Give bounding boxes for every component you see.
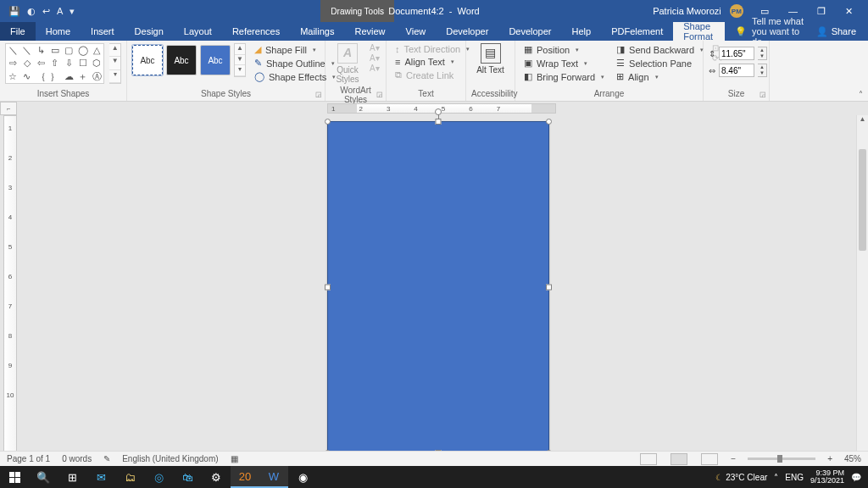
shape-brace-icon[interactable]: ｛ bbox=[36, 72, 46, 81]
styles-gallery-scroll[interactable]: ▲▼▾ bbox=[234, 43, 246, 77]
horizontal-ruler[interactable]: 1234567 bbox=[327, 103, 556, 114]
resize-handle-nw[interactable] bbox=[325, 119, 331, 125]
align-button[interactable]: ⊞Align▾ bbox=[613, 70, 707, 83]
style-preset-2[interactable]: Abc bbox=[166, 45, 197, 75]
shape-conn-icon[interactable]: ↳ bbox=[37, 46, 45, 55]
share-button[interactable]: 👤Share bbox=[804, 22, 868, 41]
tab-references[interactable]: References bbox=[222, 22, 290, 41]
tab-insert[interactable]: Insert bbox=[81, 22, 125, 41]
word-count[interactable]: 0 words bbox=[62, 454, 92, 463]
scroll-thumb[interactable] bbox=[859, 149, 866, 251]
tell-me-search[interactable]: 💡 Tell me what you want to do bbox=[735, 22, 804, 41]
text-effects-icon[interactable]: A▾ bbox=[370, 64, 380, 73]
page-count[interactable]: Page 1 of 1 bbox=[7, 454, 50, 463]
word-icon[interactable]: W bbox=[259, 466, 288, 488]
edge-icon[interactable]: ◎ bbox=[144, 466, 173, 488]
shape-line-icon[interactable]: ＼ bbox=[8, 46, 18, 55]
shape-arrowu-icon[interactable]: ⇧ bbox=[51, 58, 58, 68]
wrap-text-button[interactable]: ▣Wrap Text▾ bbox=[520, 57, 608, 69]
chrome-icon[interactable]: ◉ bbox=[288, 466, 317, 488]
text-fill-icon[interactable]: A▾ bbox=[370, 43, 380, 53]
shape-text-icon[interactable]: Ⓐ bbox=[92, 72, 102, 81]
tab-mailings[interactable]: Mailings bbox=[290, 22, 344, 41]
tab-help[interactable]: Help bbox=[562, 22, 602, 41]
text-outline-icon[interactable]: A▾ bbox=[370, 53, 380, 63]
user-avatar[interactable]: PM bbox=[730, 4, 743, 18]
shape-arrowd-icon[interactable]: ⇩ bbox=[65, 58, 73, 68]
qat-more-icon[interactable]: ▾ bbox=[70, 6, 75, 17]
position-button[interactable]: ▦Position▾ bbox=[520, 43, 608, 56]
bring-forward-button[interactable]: ◧Bring Forward▾ bbox=[520, 70, 608, 83]
shape-cloud-icon[interactable]: ☁ bbox=[64, 72, 74, 81]
resize-handle-e[interactable] bbox=[546, 285, 552, 291]
shape-arrowl-icon[interactable]: ⇦ bbox=[37, 58, 45, 68]
dialog-launcher-icon[interactable]: ◲ bbox=[315, 91, 322, 98]
shape-styles-gallery[interactable]: Abc Abc Abc ▲▼▾ bbox=[132, 43, 246, 77]
restore-icon[interactable]: ❐ bbox=[809, 6, 834, 16]
tab-developer-2[interactable]: Developer bbox=[498, 22, 561, 41]
shape-rect-icon[interactable]: ▭ bbox=[51, 46, 59, 55]
resize-handle-n[interactable] bbox=[436, 119, 442, 125]
shape-plus-icon[interactable]: ＋ bbox=[78, 72, 87, 81]
tab-design[interactable]: Design bbox=[125, 22, 174, 41]
selected-rectangle-shape[interactable] bbox=[327, 121, 549, 453]
tab-home[interactable]: Home bbox=[36, 22, 81, 41]
store-icon[interactable]: 🛍 bbox=[173, 466, 202, 488]
action-center-icon[interactable]: 💬 bbox=[851, 473, 861, 482]
undo-icon[interactable]: ↩ bbox=[42, 6, 50, 17]
shape-callout-icon[interactable]: ☐ bbox=[79, 58, 87, 68]
zoom-level[interactable]: 45% bbox=[844, 454, 861, 463]
user-name[interactable]: Patricia Mworozi bbox=[653, 6, 721, 16]
print-layout-button[interactable] bbox=[670, 453, 687, 465]
weather-widget[interactable]: ☾ 23°C Clear bbox=[715, 473, 767, 482]
document-canvas[interactable] bbox=[17, 115, 868, 473]
tab-file[interactable]: File bbox=[0, 22, 36, 41]
rotation-handle[interactable] bbox=[435, 108, 442, 115]
ribbon-display-options-icon[interactable]: ▭ bbox=[752, 6, 777, 16]
zoom-in-button[interactable]: + bbox=[827, 454, 832, 463]
text-direction-button[interactable]: ↕Text Direction▾ bbox=[392, 43, 473, 55]
style-preset-3[interactable]: Abc bbox=[200, 45, 231, 75]
shape-width-input[interactable]: ⇔ ▲▼ bbox=[709, 64, 767, 77]
shapes-gallery-scroll[interactable]: ▲▼▾ bbox=[109, 43, 121, 84]
page[interactable] bbox=[327, 121, 549, 453]
shape-height-input[interactable]: ⇕ ▲▼ bbox=[709, 47, 767, 60]
vertical-scrollbar[interactable]: ▲ ▼ bbox=[856, 115, 868, 473]
shape-star-icon[interactable]: ☆ bbox=[8, 72, 17, 81]
mail-icon[interactable]: ✉ bbox=[86, 466, 115, 488]
dialog-launcher-icon[interactable]: ◲ bbox=[376, 91, 383, 98]
search-icon[interactable]: 🔍 bbox=[29, 466, 58, 488]
width-field[interactable] bbox=[719, 64, 754, 77]
explorer-icon[interactable]: 🗂 bbox=[115, 466, 144, 488]
web-layout-button[interactable] bbox=[701, 453, 718, 465]
alt-text-button[interactable]: ▤ Alt Text bbox=[474, 43, 508, 75]
zoom-out-button[interactable]: − bbox=[731, 454, 736, 463]
tray-expand-icon[interactable]: ˄ bbox=[774, 473, 778, 482]
shape-tri-icon[interactable]: △ bbox=[93, 46, 100, 55]
shape-brace2-icon[interactable]: ｝ bbox=[50, 72, 59, 81]
tab-review[interactable]: Review bbox=[345, 22, 396, 41]
clock[interactable]: 9:39 PM9/13/2021 bbox=[810, 469, 844, 485]
height-spinner[interactable]: ▲▼ bbox=[758, 47, 767, 60]
start-button[interactable] bbox=[0, 466, 29, 488]
shape-curve-icon[interactable]: ∿ bbox=[23, 72, 31, 81]
shape-rect2-icon[interactable]: ▢ bbox=[64, 46, 73, 55]
shape-line2-icon[interactable]: ＼ bbox=[22, 46, 31, 55]
height-field[interactable] bbox=[719, 47, 754, 60]
close-icon[interactable]: ✕ bbox=[837, 6, 861, 16]
tab-developer[interactable]: Developer bbox=[436, 22, 498, 41]
send-backward-button[interactable]: ◨Send Backward▾ bbox=[613, 43, 707, 56]
font-toggle-icon[interactable]: A bbox=[57, 6, 63, 16]
language-status[interactable]: English (United Kingdom) bbox=[122, 454, 218, 463]
tab-shape-format[interactable]: Shape Format bbox=[673, 22, 725, 41]
style-preset-1[interactable]: Abc bbox=[132, 45, 163, 75]
save-icon[interactable]: 💾 bbox=[8, 6, 20, 17]
shape-arrowr-icon[interactable]: ⇨ bbox=[9, 58, 17, 68]
create-link-button[interactable]: ⧉Create Link bbox=[392, 69, 473, 81]
collapse-ribbon-icon[interactable]: ˄ bbox=[859, 90, 863, 99]
align-text-button[interactable]: ≡Align Text▾ bbox=[392, 56, 473, 68]
resize-handle-ne[interactable] bbox=[546, 119, 552, 125]
ruler-corner[interactable]: ⌐ bbox=[0, 102, 17, 115]
macro-icon[interactable]: ▦ bbox=[231, 454, 238, 463]
minimize-icon[interactable]: — bbox=[780, 6, 806, 16]
